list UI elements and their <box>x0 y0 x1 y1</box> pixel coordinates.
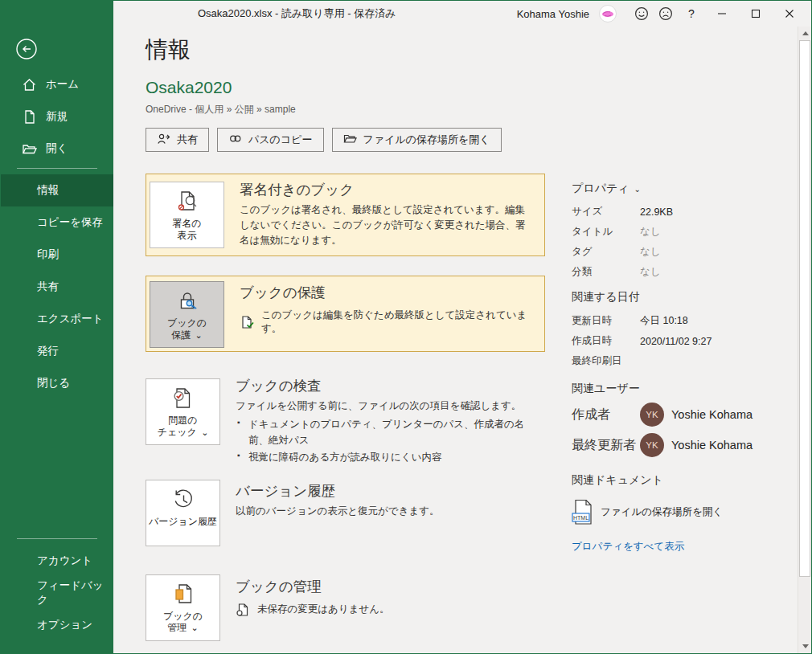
html-document-icon: HTML <box>572 499 593 525</box>
sidebar-divider <box>17 538 97 539</box>
document-title: Osaka2020 <box>146 78 232 97</box>
page-title: 情報 <box>146 35 191 65</box>
person-row-author: 作成者 YK Yoshie Kohama <box>572 403 795 427</box>
tile-label: 問題のチェック ⌄ <box>158 415 209 438</box>
manage-workbook-button[interactable]: ブックの管理 ⌄ <box>146 574 220 641</box>
view-signatures-button[interactable]: 署名の表示 <box>150 182 224 248</box>
section-description: このブックは署名され、最終版として設定されています。編集しないでください。このブ… <box>240 202 535 247</box>
property-row-tags[interactable]: タグ なし <box>572 242 795 262</box>
section-description: 以前のバージョンの表示と復元ができます。 <box>236 504 440 519</box>
open-file-location-link[interactable]: HTML ファイルの保存場所を開く <box>572 499 795 525</box>
sidebar-item-label: 共有 <box>37 280 59 294</box>
back-arrow-icon <box>15 51 38 63</box>
copy-path-button[interactable]: パスのコピー <box>217 128 324 152</box>
sidebar-item-label: オプション <box>37 618 92 632</box>
help-icon[interactable]: ? <box>678 7 705 20</box>
version-history-button[interactable]: バージョン履歴 <box>146 480 220 546</box>
section-inspect-workbook: 問題のチェック ⌄ ブックの検査 ファイルを公開する前に、ファイルの次の項目を確… <box>146 374 545 466</box>
back-button[interactable] <box>15 38 38 60</box>
section-title: 署名付きのブック <box>240 180 535 199</box>
section-version-history: バージョン履歴 バージョン履歴 以前のバージョンの表示と復元ができます。 <box>146 480 545 546</box>
check-for-issues-icon <box>170 386 197 413</box>
property-row-title[interactable]: タイトル なし <box>572 222 795 242</box>
scrollbar-thumb[interactable] <box>799 40 810 577</box>
related-people-header: 関連ユーザー <box>572 382 795 396</box>
close-icon[interactable] <box>773 1 806 27</box>
section-signed-workbook: 署名の表示 署名付きのブック このブックは署名され、最終版として設定されています… <box>146 174 545 256</box>
sidebar-item-feedback[interactable]: フィードバック <box>1 577 113 609</box>
sidebar-item-publish[interactable]: 発行 <box>1 335 113 367</box>
properties-header[interactable]: プロパティ ⌄ <box>572 182 795 196</box>
section-title: バージョン履歴 <box>236 481 440 501</box>
protect-workbook-icon <box>174 288 201 316</box>
check-for-issues-button[interactable]: 問題のチェック ⌄ <box>146 378 220 445</box>
sidebar-item-new[interactable]: 新規 <box>1 100 113 133</box>
show-all-properties-link[interactable]: プロパティをすべて表示 <box>572 540 684 554</box>
unsaved-changes-status: 未保存の変更はありません。 <box>236 603 390 617</box>
copy-path-button-label: パスのコピー <box>248 133 313 147</box>
scroll-up-icon <box>802 31 809 35</box>
vertical-scrollbar[interactable] <box>798 27 811 653</box>
backstage-content: 情報 Osaka2020 OneDrive - 個人用 » 公開 » sampl… <box>113 27 798 653</box>
document-recover-icon <box>236 603 250 617</box>
tile-label: ブックの管理 ⌄ <box>163 611 203 634</box>
inspect-item: 視覚に障碍のある方が読み取りにくい内容 <box>236 449 535 466</box>
excel-backstage-window: ホーム 新規 開く 情報 コピーを保存 <box>0 0 812 654</box>
info-sections: 署名の表示 署名付きのブック このブックは署名され、最終版として設定されています… <box>146 174 545 649</box>
property-row-size: サイズ 22.9KB <box>572 202 795 222</box>
sidebar-item-account[interactable]: アカウント <box>1 545 113 577</box>
frowny-icon[interactable] <box>654 1 678 27</box>
new-document-icon <box>22 109 37 125</box>
smiley-icon[interactable] <box>630 1 654 27</box>
sidebar-item-label: 新規 <box>46 109 68 124</box>
sidebar-divider <box>17 168 97 169</box>
section-protect-workbook: ブックの保護 ⌄ ブックの保護 このブックは編集を防ぐため最終版として設定されて… <box>146 276 545 352</box>
protection-status: このブックは編集を防ぐため最終版として設定されています。 <box>240 309 535 336</box>
sidebar-item-share[interactable]: 共有 <box>1 271 113 303</box>
person-name: Yoshie Kohama <box>671 439 753 452</box>
maximize-icon[interactable] <box>739 1 773 27</box>
open-file-location-icon <box>343 132 357 148</box>
inspect-item: ドキュメントのプロパティ、プリンターのパス、作成者の名前、絶対パス <box>236 416 535 449</box>
sidebar-item-home[interactable]: ホーム <box>1 68 113 100</box>
related-dates-header: 関連する日付 <box>572 290 795 305</box>
sidebar-item-label: ホーム <box>46 77 79 92</box>
share-icon <box>157 132 170 148</box>
user-avatar-icon[interactable] <box>599 5 617 22</box>
breadcrumb: OneDrive - 個人用 » 公開 » sample <box>146 103 296 116</box>
protection-status-text: このブックは編集を防ぐため最終版として設定されています。 <box>261 309 535 336</box>
related-documents-header: 関連ドキュメント <box>572 473 795 488</box>
sidebar-item-close[interactable]: 閉じる <box>1 367 113 399</box>
section-title: ブックの管理 <box>236 577 390 596</box>
sidebar-item-label: エクスポート <box>37 312 104 326</box>
open-file-location-button[interactable]: ファイルの保存場所を開く <box>332 128 502 152</box>
chevron-down-icon: ⌄ <box>201 427 208 437</box>
sidebar-item-label: コピーを保存 <box>37 215 103 230</box>
avatar[interactable]: YK <box>640 433 664 457</box>
avatar[interactable]: YK <box>640 403 664 427</box>
details-panel: プロパティ ⌄ サイズ 22.9KB タイトル なし タグ なし 分類 なし 関… <box>572 182 795 554</box>
section-title: ブックの検査 <box>236 376 535 395</box>
copy-path-icon <box>228 132 242 148</box>
scroll-up-button[interactable] <box>798 27 812 40</box>
section-description: ファイルを公開する前に、ファイルの次の項目を確認します。 <box>236 399 535 414</box>
sidebar-item-info[interactable]: 情報 <box>1 174 113 206</box>
sidebar-item-export[interactable]: エクスポート <box>1 303 113 335</box>
scroll-down-button[interactable] <box>798 640 812 653</box>
open-file-location-button-label: ファイルの保存場所を開く <box>363 133 490 147</box>
unsaved-changes-text: 未保存の変更はありません。 <box>257 603 390 616</box>
minimize-icon[interactable] <box>705 1 739 27</box>
share-button[interactable]: 共有 <box>146 128 209 152</box>
property-row-categories[interactable]: 分類 なし <box>572 262 795 282</box>
sidebar-item-print[interactable]: 印刷 <box>1 239 113 271</box>
sidebar-item-open[interactable]: 開く <box>1 133 113 165</box>
date-row-last-printed: 最終印刷日 <box>572 351 795 371</box>
sidebar-item-options[interactable]: オプション <box>1 609 113 641</box>
sidebar-item-save-copy[interactable]: コピーを保存 <box>1 206 113 239</box>
sidebar-item-label: 開く <box>46 141 68 156</box>
date-row-created: 作成日時 2020/11/02 9:27 <box>572 331 795 351</box>
window-title: Osaka2020.xlsx - 読み取り専用 - 保存済み <box>198 1 396 27</box>
open-file-location-link-label: ファイルの保存場所を開く <box>601 505 723 519</box>
home-icon <box>22 77 37 92</box>
protect-workbook-button[interactable]: ブックの保護 ⌄ <box>150 281 224 348</box>
